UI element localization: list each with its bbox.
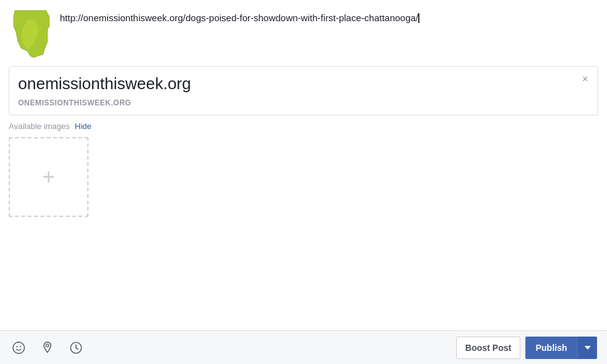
toolbar-right-buttons: Boost Post Publish — [456, 337, 597, 359]
svg-line-6 — [76, 348, 78, 349]
url-input-row: http://onemissionthisweek.org/dogs-poise… — [9, 7, 598, 57]
toolbar-left-icons — [10, 339, 85, 357]
svg-point-0 — [13, 342, 24, 353]
svg-point-1 — [16, 346, 17, 347]
emoji-icon[interactable] — [10, 339, 27, 357]
svg-point-2 — [20, 346, 21, 347]
alabama-logo — [9, 7, 52, 57]
chevron-down-icon — [585, 346, 591, 350]
main-content-area: http://onemissionthisweek.org/dogs-poise… — [0, 0, 607, 330]
link-preview-card: × onemissionthisweek.org ONEMISSIONTHISW… — [9, 66, 598, 115]
publish-dropdown-button[interactable] — [577, 337, 597, 359]
close-preview-button[interactable]: × — [579, 73, 591, 85]
url-display-text: http://onemissionthisweek.org/dogs-poise… — [60, 7, 419, 24]
svg-point-3 — [46, 344, 49, 347]
location-icon[interactable] — [39, 339, 56, 357]
publish-group: Publish — [525, 337, 597, 359]
publish-button[interactable]: Publish — [525, 337, 577, 359]
boost-post-button[interactable]: Boost Post — [456, 337, 521, 359]
add-image-plus-icon: + — [42, 166, 55, 188]
hide-images-link[interactable]: Hide — [75, 122, 92, 131]
add-image-placeholder[interactable]: + — [9, 137, 88, 217]
clock-icon[interactable] — [67, 339, 85, 357]
link-preview-domain-small: ONEMISSIONTHISWEEK.ORG — [18, 98, 589, 107]
available-images-label: Available images — [9, 122, 70, 131]
available-images-row: Available images Hide — [9, 122, 598, 131]
bottom-toolbar: Boost Post Publish — [0, 330, 607, 364]
link-preview-domain-large: onemissionthisweek.org — [18, 74, 589, 93]
